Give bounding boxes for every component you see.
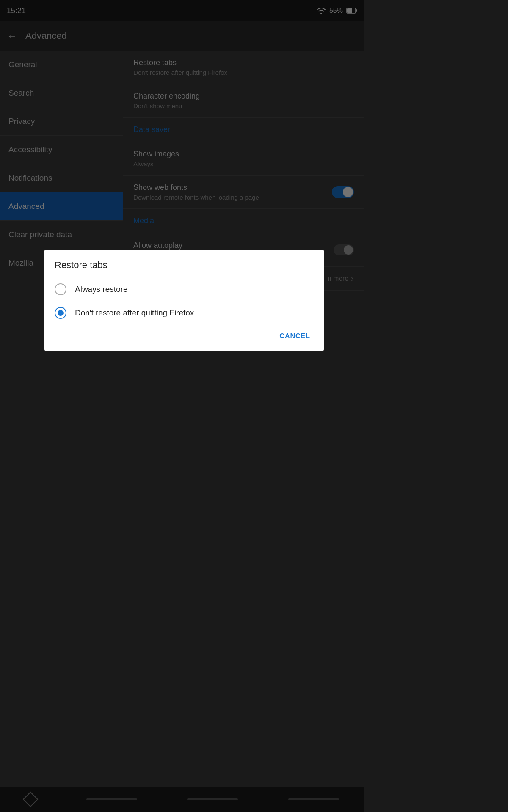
dialog-option-dont-restore[interactable]: Don't restore after quitting Firefox [44, 301, 324, 325]
dialog-option-always-restore-label: Always restore [75, 285, 128, 294]
dialog-title: Restore tabs [44, 260, 324, 277]
radio-always-restore[interactable] [55, 283, 66, 295]
dialog-option-dont-restore-label: Don't restore after quitting Firefox [75, 308, 194, 318]
dialog-actions: CANCEL [44, 325, 324, 348]
radio-dont-restore[interactable] [55, 307, 66, 319]
restore-tabs-dialog: Restore tabs Always restore Don't restor… [44, 250, 324, 351]
dialog-option-always-restore[interactable]: Always restore [44, 277, 324, 301]
radio-inner-selected [58, 310, 64, 316]
dialog-overlay [0, 0, 364, 812]
dialog-cancel-button[interactable]: CANCEL [273, 328, 317, 344]
